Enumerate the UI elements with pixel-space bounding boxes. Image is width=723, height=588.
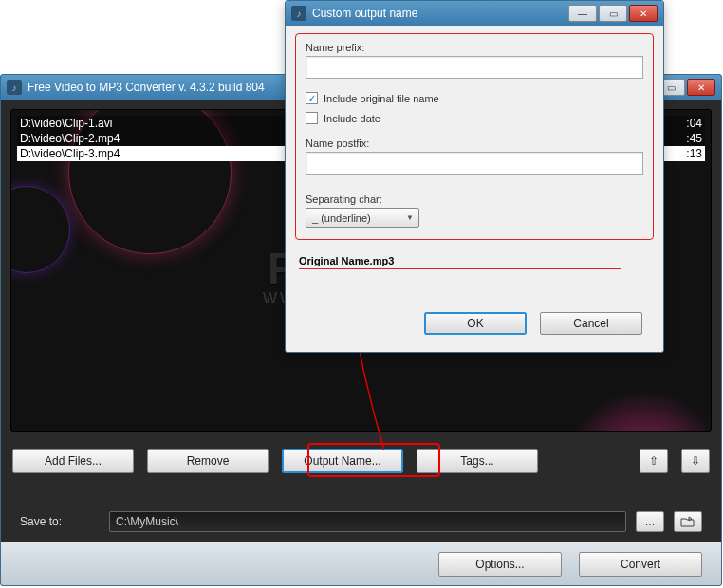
separating-char-label: Separating char: bbox=[306, 193, 643, 205]
dialog-title: Custom output name bbox=[312, 7, 568, 20]
cancel-button[interactable]: Cancel bbox=[540, 312, 642, 335]
file-duration: :04 bbox=[664, 117, 702, 130]
file-duration: :45 bbox=[664, 132, 702, 145]
file-duration: :13 bbox=[664, 147, 702, 160]
browse-button[interactable]: … bbox=[636, 511, 664, 532]
name-prefix-input[interactable] bbox=[306, 56, 643, 79]
remove-button[interactable]: Remove bbox=[147, 449, 269, 473]
open-folder-icon bbox=[680, 516, 695, 527]
include-original-label: Include original file name bbox=[324, 93, 439, 104]
name-postfix-label: Name postfix: bbox=[306, 138, 643, 149]
dialog-minimize-button[interactable]: — bbox=[568, 5, 597, 22]
tags-button[interactable]: Tags... bbox=[417, 449, 538, 473]
options-group: Name prefix: ✓ Include original file nam… bbox=[295, 33, 654, 240]
include-date-label: Include date bbox=[324, 113, 380, 124]
close-button[interactable]: ✕ bbox=[687, 79, 715, 96]
toolbar: Add Files... Remove Output Name... Tags.… bbox=[12, 449, 710, 473]
convert-button[interactable]: Convert bbox=[579, 552, 702, 577]
output-name-button[interactable]: Output Name... bbox=[282, 449, 403, 473]
add-files-button[interactable]: Add Files... bbox=[12, 449, 134, 473]
decoration-glow bbox=[549, 376, 712, 432]
output-preview: Original Name.mp3 bbox=[299, 255, 654, 266]
bottom-bar: Options... Convert bbox=[1, 542, 721, 585]
save-to-label: Save to: bbox=[20, 515, 100, 528]
dialog-titlebar[interactable]: ♪ Custom output name — ▭ ✕ bbox=[286, 1, 663, 26]
custom-output-dialog: ♪ Custom output name — ▭ ✕ Name prefix: … bbox=[285, 0, 664, 353]
app-icon: ♪ bbox=[7, 80, 22, 95]
app-icon: ♪ bbox=[291, 6, 306, 21]
move-up-button[interactable]: ⇧ bbox=[640, 449, 668, 473]
separating-char-combo[interactable]: _ (underline) bbox=[306, 208, 419, 228]
include-original-checkbox[interactable]: ✓ bbox=[306, 92, 318, 104]
dialog-close-button[interactable]: ✕ bbox=[629, 5, 658, 22]
save-path-field[interactable]: C:\MyMusic\ bbox=[109, 511, 626, 532]
dialog-maximize-button[interactable]: ▭ bbox=[599, 5, 627, 22]
save-row: Save to: C:\MyMusic\ … bbox=[20, 511, 702, 532]
move-down-button[interactable]: ⇩ bbox=[681, 449, 710, 473]
ok-button[interactable]: OK bbox=[424, 312, 527, 335]
options-button[interactable]: Options... bbox=[438, 552, 562, 577]
name-postfix-input[interactable] bbox=[306, 152, 643, 175]
preview-underline bbox=[299, 268, 621, 269]
include-date-checkbox[interactable] bbox=[306, 112, 318, 124]
open-folder-button[interactable] bbox=[674, 511, 702, 532]
name-prefix-label: Name prefix: bbox=[306, 42, 643, 53]
